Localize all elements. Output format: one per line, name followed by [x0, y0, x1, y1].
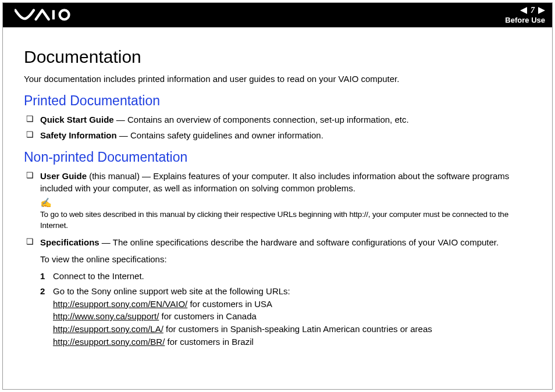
support-link[interactable]: http://www.sony.ca/support/	[53, 311, 159, 321]
item-label: Quick Start Guide	[40, 115, 114, 124]
item-label: Safety Information	[40, 130, 117, 140]
link-tail: for customers in USA	[187, 299, 272, 309]
document-page: 7 Before Use Documentation Your document…	[2, 2, 553, 390]
support-link[interactable]: http://esupport.sony.com/BR/	[53, 337, 165, 347]
printed-heading: Printed Documentation	[24, 93, 532, 109]
prev-page-icon[interactable]	[520, 7, 527, 14]
support-link[interactable]: http://esupport.sony.com/EN/VAIO/	[53, 299, 187, 309]
item-label: Specifications	[40, 237, 99, 247]
specs-steps: Connect to the Internet. Go to the Sony …	[40, 270, 532, 348]
item-desc: — The online specifications describe the…	[99, 237, 499, 247]
list-item: User Guide (this manual) — Explains feat…	[40, 170, 532, 231]
step-text: Go to the Sony online support web site a…	[53, 286, 290, 296]
support-link[interactable]: http://esupport.sony.com/LA/	[53, 324, 163, 334]
item-desc: — Contains an overview of components con…	[114, 115, 409, 124]
nonprinted-heading: Non-printed Documentation	[24, 149, 532, 165]
list-item: Quick Start Guide — Contains an overview…	[40, 113, 532, 126]
page-header: 7 Before Use	[3, 3, 552, 27]
page-number: 7	[531, 6, 535, 16]
note-text: To go to web sites described in this man…	[40, 209, 532, 231]
list-item: Specifications — The online specificatio…	[40, 236, 532, 348]
item-desc: (this manual) — Explains features of you…	[40, 171, 509, 193]
specs-view-intro: To view the online specifications:	[40, 253, 532, 265]
link-tail: for customers in Brazil	[165, 337, 254, 347]
step-item: Connect to the Internet.	[53, 270, 532, 283]
svg-point-1	[60, 10, 69, 19]
vaio-logo	[15, 9, 79, 22]
item-label: User Guide	[40, 171, 87, 181]
page-nav: 7	[505, 6, 545, 16]
nonprinted-list: User Guide (this manual) — Explains feat…	[24, 170, 532, 348]
page-title: Documentation	[24, 47, 532, 67]
intro-text: Your documentation includes printed info…	[24, 74, 532, 84]
next-page-icon[interactable]	[538, 7, 545, 14]
header-right: 7 Before Use	[505, 6, 545, 24]
section-name: Before Use	[505, 16, 545, 25]
content-area: Documentation Your documentation include…	[3, 27, 552, 364]
link-tail: for customers in Spanish-speaking Latin …	[163, 324, 432, 334]
step-text: Connect to the Internet.	[53, 271, 144, 281]
svg-rect-0	[52, 10, 55, 19]
printed-list: Quick Start Guide — Contains an overview…	[24, 113, 532, 141]
note-icon: ✍	[40, 197, 532, 209]
link-tail: for customers in Canada	[159, 311, 257, 321]
step-item: Go to the Sony online support web site a…	[53, 285, 532, 348]
item-desc: — Contains safety guidelines and owner i…	[117, 130, 323, 140]
list-item: Safety Information — Contains safety gui…	[40, 129, 532, 141]
